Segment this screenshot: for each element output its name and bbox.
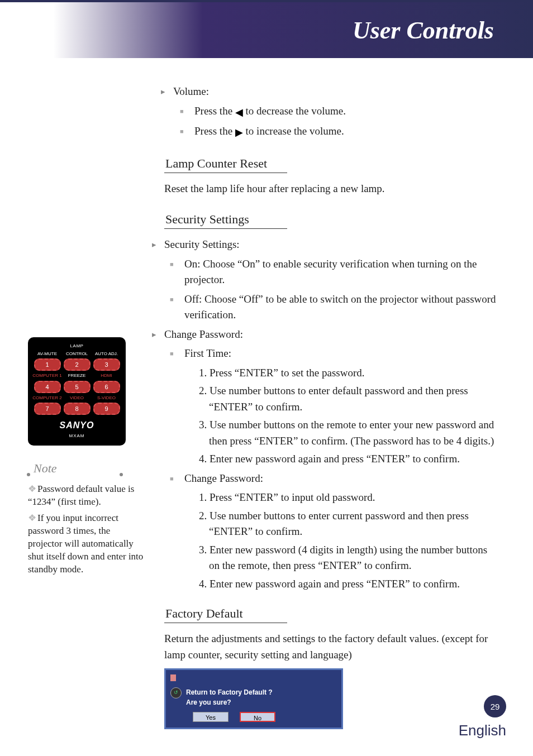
remote-model: MXAM bbox=[32, 433, 121, 439]
security-settings-label: Security Settings: bbox=[164, 237, 499, 253]
text: to increase the volume. bbox=[243, 125, 344, 137]
security-heading: Security Settings bbox=[164, 210, 287, 229]
factory-body: Return the adjustments and settings to t… bbox=[164, 631, 499, 663]
remote-label: COMPUTER 2 bbox=[32, 395, 61, 401]
note-text: Password default value is “1234” (first … bbox=[28, 484, 134, 507]
security-off: Off: Choose “Off” to be able to switch o… bbox=[182, 291, 499, 323]
text: Press the bbox=[194, 125, 235, 137]
change-step: 2. Use number buttons to enter current p… bbox=[199, 508, 499, 540]
remote-button-4: 4 bbox=[34, 381, 61, 393]
language-label: English bbox=[459, 722, 506, 739]
text: Press the bbox=[194, 105, 235, 117]
remote-illustration: LAMP AV-MUTE CONTROL AUTO ADJ. 1 2 3 COM… bbox=[28, 337, 126, 446]
diamond-bullet-icon: ❖ bbox=[28, 484, 36, 494]
remote-label: CONTROL bbox=[62, 351, 91, 357]
volume-decrease: Press the to decrease the volume. bbox=[192, 103, 499, 121]
remote-button-5: 5 bbox=[64, 381, 91, 393]
remote-label: VIDEO bbox=[62, 395, 91, 401]
change-step: 1. Press “ENTER” to input old password. bbox=[199, 490, 499, 506]
security-on: On: Choose “On” to enable security verif… bbox=[182, 256, 499, 288]
lamp-heading: Lamp Counter Reset bbox=[164, 154, 287, 173]
first-time-step: 4. Enter new password again and press “E… bbox=[199, 451, 499, 467]
sidebar: LAMP AV-MUTE CONTROL AUTO ADJ. 1 2 3 COM… bbox=[28, 80, 145, 729]
factory-heading: Factory Default bbox=[164, 604, 287, 623]
triangle-left-icon bbox=[235, 104, 243, 121]
lamp-body: Reset the lamp life hour after replacing… bbox=[164, 181, 499, 197]
remote-button-1: 1 bbox=[34, 358, 61, 371]
first-time-step: 1. Press “ENTER” to set the password. bbox=[199, 365, 499, 381]
remote-button-3: 3 bbox=[93, 358, 120, 371]
page-header: User Controls bbox=[0, 0, 533, 58]
triangle-right-icon bbox=[235, 125, 243, 141]
page-body: LAMP AV-MUTE CONTROL AUTO ADJ. 1 2 3 COM… bbox=[0, 58, 533, 729]
first-time-step: 3. Use number buttons on the remote to e… bbox=[199, 417, 499, 449]
note-text: If you input incorrect password 3 times,… bbox=[28, 513, 143, 575]
remote-brand: SANYO bbox=[32, 419, 121, 432]
first-time-step: 2. Use number buttons to enter default p… bbox=[199, 383, 499, 415]
text: to decrease the volume. bbox=[243, 105, 346, 117]
remote-button-7: 7 bbox=[34, 403, 61, 415]
remote-button-2: 2 bbox=[64, 358, 91, 371]
remote-label: FREEZE bbox=[62, 372, 91, 379]
remote-label: HDMI bbox=[92, 372, 121, 379]
volume-increase: Press the to increase the volume. bbox=[192, 123, 499, 141]
dialog-no-button[interactable]: No bbox=[240, 712, 275, 722]
dialog-title: Return to Factory Default ? bbox=[186, 687, 273, 697]
change-pw-label: Change Password: bbox=[164, 327, 499, 343]
first-time-label: First Time: bbox=[182, 346, 499, 362]
factory-default-dialog: ↺ Return to Factory Default ? Are you su… bbox=[164, 668, 343, 729]
remote-label: S-VIDEO bbox=[92, 395, 121, 401]
remote-top-label: LAMP bbox=[32, 343, 121, 349]
volume-heading: Volume: bbox=[173, 84, 499, 100]
remote-button-9: 9 bbox=[93, 403, 120, 415]
change-step: 3. Enter new password (4 digits in lengt… bbox=[199, 542, 499, 574]
page-number: 29 bbox=[484, 695, 506, 717]
page-footer: 29 English bbox=[459, 695, 506, 739]
note-item: ❖If you input incorrect password 3 times… bbox=[28, 512, 145, 576]
change-step: 4. Enter new password again and press “E… bbox=[199, 576, 499, 592]
remote-button-6: 6 bbox=[93, 381, 120, 393]
diamond-bullet-icon: ❖ bbox=[28, 513, 36, 523]
main-content: Volume: Press the to decrease the volume… bbox=[145, 80, 499, 729]
dialog-yes-button[interactable]: Yes bbox=[193, 712, 229, 722]
dialog-prompt: Are you sure? bbox=[186, 697, 273, 707]
dialog-corner-icon bbox=[170, 674, 176, 681]
remote-label: AV-MUTE bbox=[32, 351, 61, 357]
return-icon: ↺ bbox=[170, 687, 182, 698]
note-heading: Note bbox=[34, 460, 145, 477]
note-item: ❖Password default value is “1234” (first… bbox=[28, 483, 145, 509]
page-title: User Controls bbox=[353, 16, 494, 45]
remote-label: AUTO ADJ. bbox=[92, 351, 121, 357]
change-label: Change Password: bbox=[182, 471, 499, 487]
remote-label: COMPUTER 1 bbox=[32, 372, 61, 379]
remote-button-8: 8 bbox=[64, 403, 91, 415]
